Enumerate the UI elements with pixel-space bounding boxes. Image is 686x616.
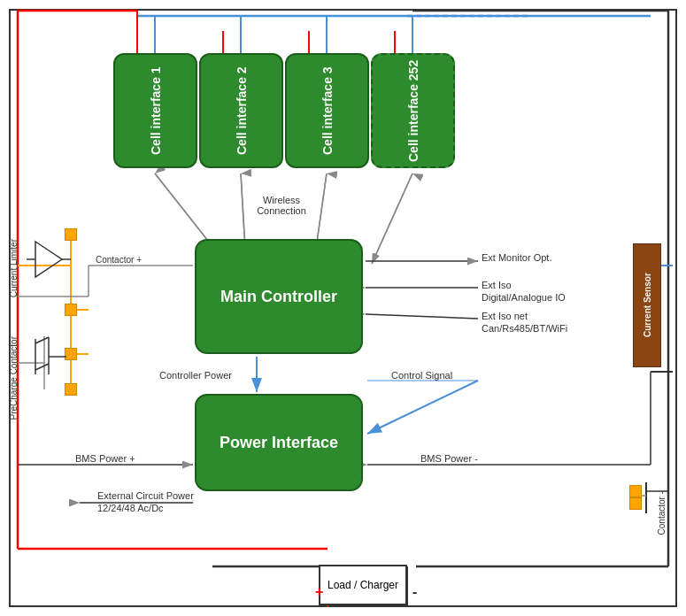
cell-interface-3: Cell interface 3 [285, 53, 369, 168]
controller-power-label: Controller Power [159, 370, 232, 381]
power-interface-box: Power Interface [195, 394, 363, 491]
current-limiter-label: Current Limiter [9, 239, 19, 297]
external-circuit-power-label: External Circuit Power12/24/48 Ac/Dc [97, 489, 194, 515]
ext-monitor-label: Ext Monitor Opt. [482, 252, 551, 263]
minus-sign: - [412, 584, 417, 600]
precharge-contactor-label: PreCharge Contactor [9, 336, 19, 420]
control-signal-label: Control Signal [391, 370, 452, 381]
svg-marker-59 [35, 242, 62, 277]
current-sensor-box: Current Sensor [633, 243, 661, 367]
diagram: Cell interface 1 Cell interface 2 Cell i… [0, 0, 686, 616]
main-controller-box: Main Controller [195, 239, 363, 354]
ext-iso-net-label: Ext Iso netCan/Rs485/BT/WiFi [482, 310, 567, 335]
cell-interface-252: Cell interface 252 [371, 53, 455, 168]
connector-4 [65, 383, 77, 396]
connector-6 [629, 497, 642, 510]
cell-interface-2: Cell interface 2 [199, 53, 283, 168]
current-limiter-symbol [27, 237, 71, 281]
connector-5 [629, 485, 642, 497]
ext-iso-digital-label: Ext IsoDigital/Analogue IO [482, 279, 566, 304]
wireless-connection-label: Wireless Connection [237, 195, 326, 216]
contactor-minus-label: Contactor - [657, 491, 667, 535]
cell-interface-1: Cell interface 1 [113, 53, 197, 168]
precharge-symbol [31, 330, 71, 383]
load-charger-box: Load / Charger [319, 565, 407, 605]
connector-1 [65, 304, 77, 316]
svg-line-64 [35, 364, 49, 370]
bms-power-minus-label: BMS Power - [420, 453, 478, 464]
bms-power-plus-label: BMS Power + [75, 453, 135, 464]
contactor-plus-label: Contactor + [96, 255, 142, 265]
svg-line-63 [35, 337, 49, 343]
plus-sign: + [315, 584, 323, 600]
